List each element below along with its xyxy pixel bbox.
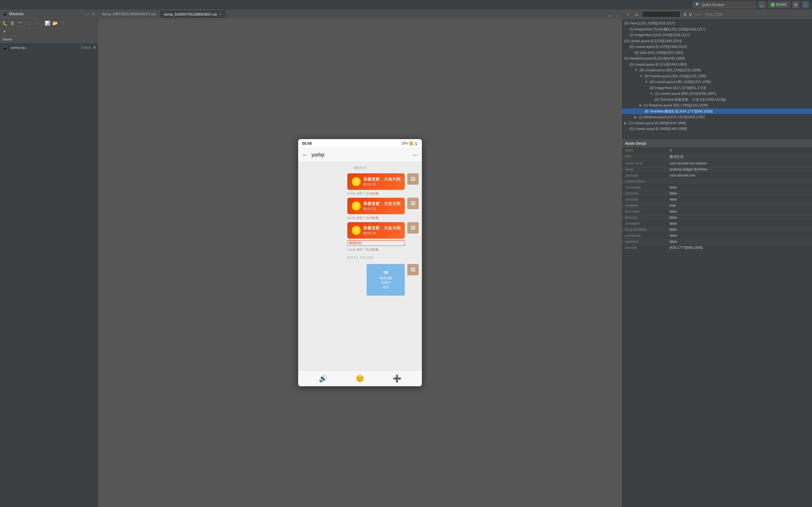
center-maximize[interactable]: □ (617, 13, 619, 18)
tree-search-input[interactable] (642, 11, 680, 17)
back-button[interactable]: ← (302, 151, 308, 158)
detail-value-16: [424,1777][560,1826] (666, 245, 812, 250)
avatar-placeholder-1: 🖼 (407, 173, 419, 185)
tree-node-8-text: (0) LinearLayout [381,1536][1231,1838] (640, 68, 701, 72)
msg-row-rp-3: 🖼 ¥ 恭喜发财，大吉大利 微信红包 微信红包 (301, 222, 419, 252)
device-row[interactable]: 📱 samsung-... Online 9 (0, 43, 98, 52)
chat-title: yorhp (311, 152, 409, 158)
quick-access-label: Quick Access (702, 3, 724, 7)
quick-access-search[interactable]: 🔍 Quick Access (693, 1, 756, 8)
tree-node-5[interactable]: (0) View [432,1398][1007,1492] (622, 50, 812, 56)
detail-row-11: focusedfalse (622, 215, 812, 221)
msg-row-rp-1: 🖼 ¥ 恭喜发财，大吉大利 微信红包 yorhp 领 (301, 173, 419, 196)
detail-value-14: false (666, 233, 812, 239)
tree-node-11[interactable]: (0) ImageView [417,1579][561,1723] (622, 85, 812, 91)
minus-btn[interactable]: — (695, 11, 701, 17)
tree-node-17[interactable]: ▶ (7) LinearLayout [0,1860][1440,1998] (622, 120, 812, 126)
run-btn[interactable]: ▷ (34, 20, 41, 26)
devices-panel: 📱 Devices — ✕ 🐛 🗑 📷 ⬡ ▷ 📊 📂 ⋮ ▼ Name 📱 (0, 9, 98, 507)
center-minimize[interactable]: — (608, 13, 613, 18)
detail-key-4: package (622, 172, 666, 178)
device-icon: 📱 (3, 45, 8, 50)
tree-node-7[interactable]: (0) LinearLayout [0,1514][1440,1860] (622, 61, 812, 67)
rp-sublabel-2: 微信红包 (363, 207, 400, 211)
detail-key-10: focusable (622, 209, 666, 215)
detail-row-3: classandroid.widget.TextView (622, 166, 812, 172)
red-packet-1[interactable]: ¥ 恭喜发财，大吉大利 微信红包 (347, 173, 405, 190)
more-options-button[interactable]: ··· (413, 151, 418, 158)
ddms-status-dot (771, 3, 774, 7)
tree-node-7-text: (0) LinearLayout [0,1514][1440,1860] (629, 62, 687, 66)
tree-node-0[interactable]: (0) View [1231,1030][1418,1217] (622, 20, 812, 26)
tree-node-3[interactable]: (5) LinearLayout [0,1376][1440,1514] (622, 38, 812, 44)
detail-key-8: clickable (622, 196, 666, 203)
panel-header: 📱 Devices — ✕ (0, 9, 98, 18)
chat-header: ← yorhp ··· (298, 148, 422, 162)
nav-arrows: ∧ ∨ (683, 11, 693, 18)
top-bar-icons: 📺 DDMS ⚙ 👤 (758, 1, 809, 8)
down-arrow-btn[interactable]: ∨ (688, 11, 693, 18)
monitor-icon-btn[interactable]: 📺 (758, 1, 765, 8)
minimize-button[interactable]: — (84, 11, 89, 16)
tree-node-16-text: (1) RelativeLayout [1231,1514][1418,1701… (639, 115, 705, 119)
red-packet-2[interactable]: ¥ 恭喜发财，大吉大利 微信红包 (347, 198, 405, 214)
msg-row-image: 🖼 🗺 游戏地图 为海洋 发光 (301, 264, 419, 296)
tree-node-8[interactable]: ▼ (0) LinearLayout [381,1536][1231,1838] (622, 67, 812, 73)
coords-label: (541,1799) (706, 12, 722, 16)
rp-coin-3: ¥ (352, 226, 361, 235)
delete-btn[interactable]: 🗑 (9, 20, 16, 26)
tree-node-6[interactable]: (6) RelativeLayout [0,1514][1440,1860] (622, 55, 812, 61)
rp-highlight-1: 红包 (372, 192, 378, 195)
tree-node-14[interactable]: ▶ (1) RelativeLayout [381,1766][1231,183… (622, 102, 812, 108)
tab-1[interactable]: dump_448732621453643616 5.uix (98, 10, 160, 18)
debug-btn[interactable]: 🐛 (1, 20, 8, 26)
ddms-button[interactable]: DDMS (768, 2, 790, 8)
detail-row-2: resource-idcom.tencent.mm:id/aum (622, 160, 812, 166)
tree-node-1[interactable]: (1) ImageView {Tyhj头像}[1231,1030][1418,1… (622, 26, 812, 32)
screenshot-btn[interactable]: 📷 (16, 20, 23, 26)
tree-node-18[interactable]: (0) LinearLayout [0,1860][1440,1998] (622, 126, 812, 132)
system-msg-text: 微信红包 (354, 166, 366, 170)
right-panel: ＋ ⚠ ∧ ∨ — (541,1799) (0) View [1231,1030… (622, 9, 812, 507)
detail-row-16: bounds[424,1777][560,1826] (622, 245, 812, 250)
monitor-btn[interactable]: 📊 (44, 20, 51, 26)
tree-node-9-text: (0) FrameLayout [381,1536][1231,1766] (645, 74, 706, 78)
detail-value-10: false (666, 209, 812, 215)
add-button[interactable]: ➕ (393, 375, 401, 383)
stop-btn[interactable]: ⬡ (26, 20, 33, 26)
detail-value-5 (666, 178, 812, 184)
tree-node-4[interactable]: (0) LinearLayout [0,1376][1440,1514] (622, 44, 812, 50)
tab-2[interactable]: dump_5428347351288023657.uix ✕ (160, 10, 226, 18)
image-msg-avatar: 🖼 (407, 264, 419, 275)
plus-btn[interactable]: ＋ (624, 11, 631, 17)
up-arrow-btn[interactable]: ∧ (683, 11, 687, 18)
detail-value-8: false (666, 196, 812, 203)
image-message[interactable]: 🗺 游戏地图 为海洋 发光 (367, 264, 405, 296)
phone-mockup: 00:49 15% 📶 📡 ← yorhp ··· (298, 139, 422, 386)
tree-node-13[interactable]: (0) TextView:恭喜发财，大吉大利 [590,1614][1 (622, 97, 812, 103)
settings-icon-btn[interactable]: ⚙ (792, 1, 799, 8)
tree-node-2[interactable]: (2) ImageView [1231,1030][1418,1217] (622, 32, 812, 38)
device-panel-icon: 📱 (3, 12, 7, 16)
wifi-icon: 📡 (414, 142, 418, 145)
sent-avatar-2: 🖼 (407, 198, 419, 209)
rp-sublabel-1: 微信红包 (363, 182, 400, 187)
tree-node-12[interactable]: ▼ (1) LinearLayout [590,1614][1056,1687] (622, 91, 812, 97)
warning-btn[interactable]: ⚠ (633, 11, 640, 17)
tree-node-9[interactable]: ▼ (0) FrameLayout [381,1536][1231,1766] (622, 73, 812, 79)
voice-button[interactable]: 🔊 (319, 375, 327, 383)
node-detail-header: Node Detail (622, 140, 812, 147)
close-panel-button[interactable]: ✕ (92, 11, 96, 16)
tree-node-10[interactable]: ▼ (0) LinearLayout [381,1536][1231,1766] (622, 79, 812, 85)
detail-value-3: android.widget.TextView (666, 166, 812, 172)
dump-btn[interactable]: 📂 (51, 20, 58, 26)
tab-2-close[interactable]: ✕ (219, 12, 222, 16)
tree-node-selected[interactable]: (0) TextView:微信红包 [424,1777][560,1826] (622, 108, 812, 114)
more-btn[interactable]: ⋮ (59, 20, 66, 26)
emoji-button[interactable]: 😊 (356, 375, 364, 383)
tree-node-16[interactable]: ▶ (1) RelativeLayout [1231,1514][1418,17… (622, 114, 812, 120)
node-detail-title: Node Detail (625, 141, 646, 146)
red-packet-3[interactable]: ¥ 恭喜发财，大吉大利 微信红包 (347, 222, 405, 239)
down-arrow-btn[interactable]: ▼ (1, 29, 8, 35)
user-icon-btn[interactable]: 👤 (802, 1, 809, 8)
